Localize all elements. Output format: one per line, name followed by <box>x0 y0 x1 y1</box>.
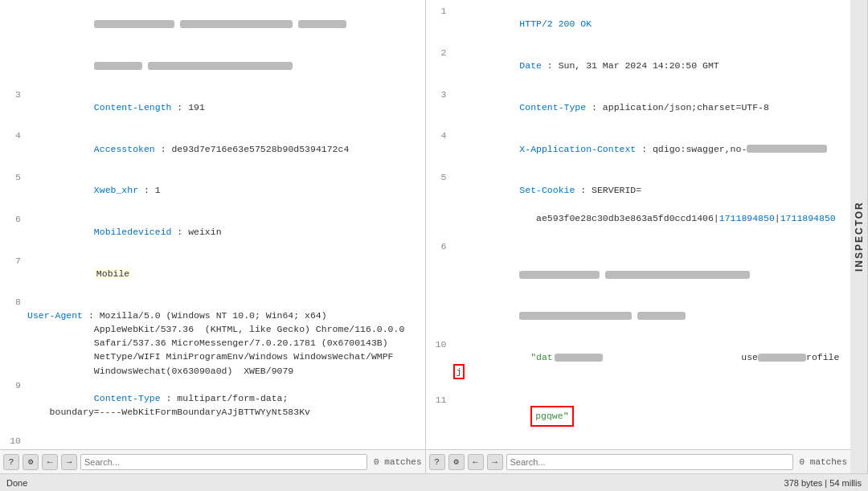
line-row <box>0 3 425 45</box>
line-row: 10 "dat userofilej <box>426 337 851 392</box>
line-content: X-Application-Context : qdigo:swagger,no… <box>453 128 848 170</box>
line-number: 3 <box>3 87 21 101</box>
line-row <box>426 254 851 296</box>
line-number: 11 <box>429 392 447 407</box>
help-button-right[interactable]: ? <box>429 454 445 470</box>
line-number: 4 <box>429 128 447 142</box>
line-row: 10 Accept : */* <box>0 433 425 449</box>
status-size: 378 bytes | 54 millis <box>784 478 862 488</box>
line-row <box>426 295 851 337</box>
matches-label-right: 0 matches <box>800 457 847 467</box>
forward-button-right[interactable]: → <box>487 454 503 470</box>
line-row: 5 Xweb_xhr : 1 <box>0 170 425 211</box>
line-number: 8 <box>3 294 21 309</box>
line-content: Xweb_xhr : 1 <box>27 170 422 211</box>
line-content: Date : Sun, 31 Mar 2024 14:20:50 GMT <box>453 45 848 87</box>
line-row: 3 Content-Length : 191 <box>0 87 425 129</box>
line-number: 4 <box>3 128 21 142</box>
line-row: 11 pgqwe" <box>426 392 851 449</box>
line-content: Accesstoken : de93d7e716e63e57528b90d539… <box>27 128 422 170</box>
line-content: User-Agent : Mozilla/5.0 (Windows NT 10.… <box>27 294 422 378</box>
line-number: 9 <box>3 378 21 392</box>
right-toolbar: ? ⚙ ← → 0 matches <box>426 449 851 473</box>
line-number: 5 <box>3 170 21 184</box>
line-row <box>0 45 425 87</box>
line-number <box>429 254 447 255</box>
forward-button[interactable]: → <box>61 454 77 470</box>
line-number: 7 <box>3 253 21 268</box>
line-number: 6 <box>429 239 447 253</box>
line-content <box>453 239 848 252</box>
line-content: pgqwe" <box>453 392 848 449</box>
line-number: 10 <box>3 433 21 448</box>
matches-label-left: 0 matches <box>374 457 421 467</box>
line-content: Content-Length : 191 <box>27 87 422 129</box>
line-number <box>429 295 447 296</box>
line-number: 10 <box>429 337 447 351</box>
line-row: 2 Date : Sun, 31 Mar 2024 14:20:50 GMT <box>426 45 851 87</box>
settings-button[interactable]: ⚙ <box>23 454 39 470</box>
right-code-lines: 1 HTTP/2 200 OK 2 Date : Sun, 31 Mar 202… <box>426 3 851 449</box>
line-number: 3 <box>429 87 447 101</box>
help-button[interactable]: ? <box>3 454 19 470</box>
line-number <box>3 3 21 4</box>
line-content: Accept : */* <box>27 433 422 449</box>
back-button-right[interactable]: ← <box>468 454 484 470</box>
line-content <box>453 254 848 296</box>
line-number: 1 <box>429 3 447 18</box>
status-done: Done <box>6 478 27 488</box>
left-panel-content: 3 Content-Length : 191 4 Accesstoken : d… <box>0 0 425 449</box>
line-content: Content-Type : multipart/form-data; boun… <box>27 378 422 433</box>
right-panel: 1 HTTP/2 200 OK 2 Date : Sun, 31 Mar 202… <box>426 0 851 473</box>
line-content: Mobiledeviceid : weixin <box>27 211 422 253</box>
line-number: 6 <box>3 211 21 226</box>
line-row: 7 Mobile <box>0 253 425 295</box>
line-row: 6 Mobiledeviceid : weixin <box>0 211 425 253</box>
line-row: 6 <box>426 239 851 253</box>
line-content: Content-Type : application/json;charset=… <box>453 87 848 129</box>
line-content <box>453 295 848 337</box>
line-number: 2 <box>429 45 447 59</box>
line-content: "dat userofilej <box>453 337 848 392</box>
line-content: Mobile <box>27 253 422 295</box>
line-content <box>27 45 422 87</box>
left-panel: 3 Content-Length : 191 4 Accesstoken : d… <box>0 0 426 473</box>
line-content <box>27 3 422 45</box>
left-code-lines: 3 Content-Length : 191 4 Accesstoken : d… <box>0 3 425 449</box>
line-row: 9 Content-Type : multipart/form-data; bo… <box>0 378 425 433</box>
line-row: 1 HTTP/2 200 OK <box>426 3 851 45</box>
line-row: 4 X-Application-Context : qdigo:swagger,… <box>426 128 851 170</box>
line-row: 4 Accesstoken : de93d7e716e63e57528b90d5… <box>0 128 425 170</box>
line-row: 8 User-Agent : Mozilla/5.0 (Windows NT 1… <box>0 294 425 378</box>
line-content: HTTP/2 200 OK <box>453 3 848 45</box>
inspector-label: INSPECTOR <box>854 202 865 272</box>
line-row: 3 Content-Type : application/json;charse… <box>426 87 851 129</box>
line-row: 5 Set-Cookie : SERVERID= ae593f0e28c30db… <box>426 170 851 239</box>
search-input-right[interactable] <box>506 454 793 470</box>
left-toolbar: ? ⚙ ← → 0 matches <box>0 449 425 473</box>
back-button[interactable]: ← <box>42 454 58 470</box>
status-bar: Done 378 bytes | 54 millis <box>0 473 868 491</box>
search-input-left[interactable] <box>80 454 367 470</box>
inspector-sidebar: INSPECTOR <box>850 0 868 473</box>
settings-button-right[interactable]: ⚙ <box>448 454 465 470</box>
line-number: 5 <box>429 170 447 184</box>
line-content: Set-Cookie : SERVERID= ae593f0e28c30db3e… <box>453 170 848 239</box>
right-panel-content: 1 HTTP/2 200 OK 2 Date : Sun, 31 Mar 202… <box>426 0 851 449</box>
line-number <box>3 45 21 46</box>
